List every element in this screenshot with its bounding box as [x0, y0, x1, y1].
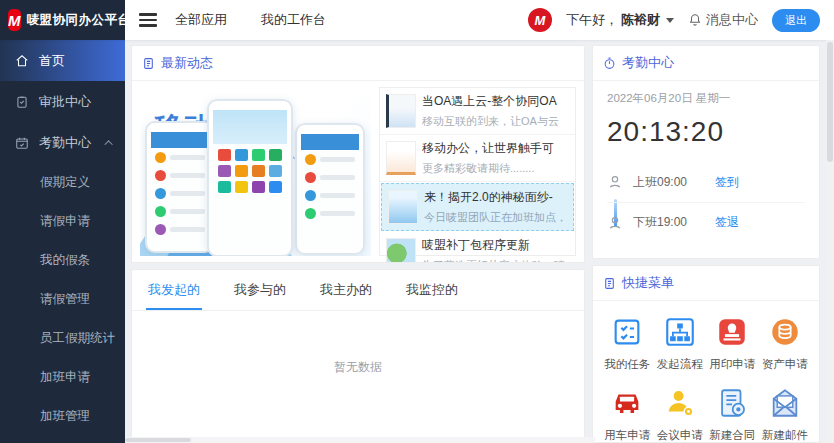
- quick-label: 新建合同: [709, 428, 755, 443]
- sidebar-sub-employee-holiday-stats[interactable]: 员工假期统计: [0, 319, 125, 358]
- news-subtitle: 更多精彩敬请期待........: [422, 161, 554, 176]
- news-thumbnail: [386, 94, 416, 128]
- shift-label: 上班09:00: [633, 174, 705, 191]
- tab-hosted-by-me[interactable]: 我主办的: [318, 270, 374, 310]
- quick-label: 我的任务: [604, 357, 650, 372]
- top-navigation: 全部应用 我的工作台: [175, 11, 326, 29]
- news-item[interactable]: 当OA遇上云-整个协同OA 移动互联的到来，让OA与云: [380, 88, 575, 135]
- sidebar-sub-overtime-management[interactable]: 加班管理: [0, 397, 125, 436]
- empty-state-text: 暂无数据: [132, 359, 584, 376]
- attendance-clock: 20:13:20: [607, 116, 805, 148]
- sidebar-item-home[interactable]: 首页: [0, 40, 125, 81]
- quick-menu-grid: 我的任务 发起流程 用印申请 资产申请 用车申请: [593, 301, 819, 443]
- quick-label: 新建邮件: [762, 428, 808, 443]
- mobile-office-banner[interactable]: 移动办公 帮你领先同行 把工作带出办公室: [140, 87, 371, 256]
- card-title: 考勤中心: [622, 54, 674, 72]
- quick-new-contract[interactable]: 新建合同: [706, 386, 759, 443]
- calendar-icon: [15, 136, 29, 150]
- sidebar-item-attendance-center[interactable]: 考勤中心: [0, 122, 125, 163]
- quick-new-mail[interactable]: 新建邮件: [759, 386, 812, 443]
- attendance-row-evening: 下班19:00 签退: [607, 202, 805, 242]
- menu-toggle-icon[interactable]: [139, 10, 157, 30]
- quick-label: 资产申请: [762, 357, 808, 372]
- person-icon: [607, 215, 623, 231]
- news-item-highlighted[interactable]: 来！揭开2.0的神秘面纱- 今日唛盟团队正在加班加点，: [381, 183, 574, 231]
- logout-button[interactable]: 退出: [772, 9, 820, 32]
- phone-mockup-right: [295, 123, 365, 255]
- news-subtitle: 今日唛盟团队正在加班加点，: [424, 210, 567, 225]
- task-tabs: 我发起的 我参与的 我主办的 我监控的: [132, 270, 584, 311]
- sidebar-item-label: 审批中心: [39, 93, 91, 111]
- quick-menu-card: 快捷菜单 我的任务 发起流程 用印申请 资产申请: [592, 265, 820, 443]
- contract-icon: [715, 386, 749, 420]
- tab-participated-by-me[interactable]: 我参与的: [232, 270, 288, 310]
- phone-mockup-left: [145, 121, 215, 253]
- my-tasks-card: 我发起的 我参与的 我主办的 我监控的 暂无数据: [131, 269, 585, 443]
- document-icon: [142, 57, 155, 70]
- news-thumbnail: [386, 238, 416, 263]
- brand-logo-icon: M: [8, 9, 21, 31]
- app-header: M 唛盟协同办公平台 全部应用 我的工作台 M 下午好， 陈裕财 消息中心 退出: [0, 0, 834, 40]
- quick-label: 发起流程: [657, 357, 703, 372]
- quick-asset-request[interactable]: 资产申请: [759, 315, 812, 372]
- meeting-icon: [663, 386, 697, 420]
- clipboard-icon: [15, 95, 29, 109]
- news-title: 当OA遇上云-整个协同OA: [422, 93, 559, 110]
- app-title: 唛盟协同办公平台: [27, 12, 131, 29]
- sidebar-item-label: 考勤中心: [39, 134, 91, 152]
- sidebar-sub-my-leave-notes[interactable]: 我的假条: [0, 241, 125, 280]
- greeting-text: 下午好，: [566, 11, 618, 29]
- message-center[interactable]: 消息中心: [688, 11, 758, 29]
- stopwatch-icon: [603, 57, 616, 70]
- person-icon: [607, 174, 623, 190]
- sidebar-sub-leave-management[interactable]: 请假管理: [0, 280, 125, 319]
- user-greeting[interactable]: 下午好， 陈裕财: [566, 11, 674, 29]
- vertical-scrollbar[interactable]: [826, 40, 834, 443]
- main-content: 最新动态 移动办公 帮你领先同行 把工作带出办公室: [125, 40, 826, 443]
- user-avatar[interactable]: M: [528, 8, 552, 32]
- chevron-down-icon: [666, 18, 674, 23]
- flow-icon: [663, 315, 697, 349]
- news-subtitle: 移动互联的到来，让OA与云: [422, 114, 559, 129]
- sidebar-item-approval-center[interactable]: 审批中心: [0, 81, 125, 122]
- quick-my-tasks[interactable]: 我的任务: [601, 315, 654, 372]
- app-logo: M 唛盟协同办公平台: [0, 0, 125, 40]
- sidebar-sub-leave-request[interactable]: 请假申请: [0, 202, 125, 241]
- bell-icon: [688, 13, 702, 27]
- card-title: 快捷菜单: [622, 274, 674, 292]
- news-title: 来！揭开2.0的神秘面纱-: [424, 189, 567, 206]
- news-item[interactable]: 唛盟补丁包程序更新 为了营造更好的客户体验，唛: [380, 232, 575, 263]
- nav-all-apps[interactable]: 全部应用: [175, 11, 227, 29]
- check-in-link[interactable]: 签到: [715, 174, 739, 191]
- quick-label: 会议申请: [657, 428, 703, 443]
- shift-label: 下班19:00: [633, 214, 705, 231]
- news-title: 移动办公，让世界触手可: [422, 140, 554, 157]
- mail-icon: [768, 386, 802, 420]
- nav-my-workbench[interactable]: 我的工作台: [261, 11, 326, 29]
- tab-monitored-by-me[interactable]: 我监控的: [404, 270, 460, 310]
- quick-start-flow[interactable]: 发起流程: [654, 315, 707, 372]
- news-list: 当OA遇上云-整个协同OA 移动互联的到来，让OA与云 移动办公，让世界触手可 …: [379, 87, 576, 256]
- scrollbar-thumb[interactable]: [125, 438, 191, 442]
- user-name: 陈裕财: [621, 11, 660, 29]
- message-center-label: 消息中心: [706, 11, 758, 29]
- news-item[interactable]: 移动办公，让世界触手可 更多精彩敬请期待........: [380, 135, 575, 182]
- tab-initiated-by-me[interactable]: 我发起的: [146, 270, 202, 310]
- sidebar-sub-overtime-request[interactable]: 加班申请: [0, 358, 125, 397]
- task-list-icon: [610, 315, 644, 349]
- check-out-link[interactable]: 签退: [715, 214, 739, 231]
- quick-meeting-request[interactable]: 会议申请: [654, 386, 707, 443]
- news-subtitle: 为了营造更好的客户体验，唛: [422, 258, 565, 263]
- sidebar-item-label: 首页: [39, 52, 65, 70]
- quick-seal-request[interactable]: 用印申请: [706, 315, 759, 372]
- latest-news-card: 最新动态 移动办公 帮你领先同行 把工作带出办公室: [131, 45, 585, 263]
- horizontal-scrollbar[interactable]: [125, 437, 595, 443]
- scrollbar-thumb[interactable]: [827, 42, 833, 162]
- stamp-icon: [715, 315, 749, 349]
- sidebar-sub-holiday-definition[interactable]: 假期定义: [0, 163, 125, 202]
- car-icon: [610, 386, 644, 420]
- quick-vehicle-request[interactable]: 用车申请: [601, 386, 654, 443]
- sidebar: 首页 审批中心 考勤中心 假期定义 请假申请 我的假条 请假管理 员工假期统计 …: [0, 40, 125, 443]
- chevron-up-icon: [104, 140, 112, 148]
- news-thumbnail: [386, 141, 416, 175]
